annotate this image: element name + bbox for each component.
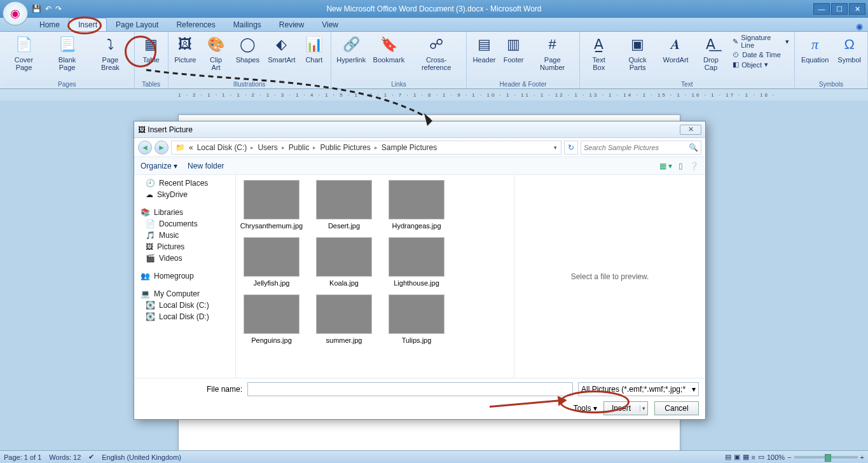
cancel-button[interactable]: Cancel <box>654 401 699 415</box>
quickparts-button[interactable]: ▣Quick Parts <box>617 33 659 73</box>
new-folder-button[interactable]: New folder <box>188 162 224 170</box>
chart-button[interactable]: 📊Chart <box>300 33 327 65</box>
sidebar-skydrive[interactable]: ☁ SkyDrive <box>138 189 231 200</box>
tab-references[interactable]: References <box>167 18 224 31</box>
crumb[interactable]: Users <box>258 143 277 152</box>
view-outline[interactable]: ≡ <box>752 453 755 461</box>
crossref-button[interactable]: ☍Cross-reference <box>409 33 464 73</box>
thumbnail-image <box>389 180 444 219</box>
zoom-slider[interactable] <box>794 456 858 459</box>
file-thumbnail[interactable]: Desert.jpg <box>313 180 375 230</box>
tab-insert[interactable]: Insert <box>69 18 107 31</box>
refresh-button[interactable]: ↻ <box>564 141 578 155</box>
sidebar-disk-c[interactable]: 💽 Local Disk (C:) <box>138 300 231 311</box>
signature-line-button[interactable]: ✎ Signature Line ▾ <box>730 33 792 50</box>
tab-view[interactable]: View <box>313 18 347 31</box>
tab-review[interactable]: Review <box>270 18 313 31</box>
search-input[interactable] <box>584 144 689 151</box>
thumbnail-image <box>389 237 444 277</box>
redo-icon[interactable]: ↷ <box>55 4 62 13</box>
office-button[interactable]: ◉ <box>3 1 28 25</box>
status-page[interactable]: Page: 1 of 1 <box>4 453 41 461</box>
status-language[interactable]: English (United Kingdom) <box>102 453 181 461</box>
file-thumbnail[interactable]: Lighthouse.jpg <box>386 237 447 287</box>
sidebar-homegroup[interactable]: 👥 Homegroup <box>138 270 231 282</box>
search-box[interactable]: 🔍 <box>581 141 701 155</box>
zoom-out-button[interactable]: − <box>787 453 791 461</box>
file-thumbnail[interactable]: Hydrangeas.jpg <box>386 180 447 230</box>
status-words[interactable]: Words: 12 <box>49 453 81 461</box>
crumb[interactable]: Public Pictures <box>320 143 370 152</box>
footer-button[interactable]: ▥Footer <box>500 33 527 65</box>
picture-button[interactable]: 🖼Picture <box>171 33 200 65</box>
sidebar-documents[interactable]: 📄 Documents <box>138 218 231 230</box>
nav-back-button[interactable]: ◄ <box>138 141 152 155</box>
sidebar-disk-d[interactable]: 💽 Local Disk (D:) <box>138 311 231 322</box>
object-button[interactable]: ◧ Object ▾ <box>730 60 792 69</box>
tab-home[interactable]: Home <box>31 18 69 31</box>
file-thumbnail[interactable]: Jellyfish.jpg <box>241 237 302 287</box>
zoom-level[interactable]: 100% <box>767 453 785 461</box>
tab-page-layout[interactable]: Page Layout <box>107 18 167 31</box>
crumb[interactable]: Sample Pictures <box>382 143 437 152</box>
dialog-titlebar[interactable]: 🖼 Insert Picture ✕ <box>134 121 705 138</box>
crumb[interactable]: Public <box>289 143 310 152</box>
clipart-button[interactable]: 🎨Clip Art <box>201 33 231 73</box>
page-break-button[interactable]: ⤵Page Break <box>89 33 131 73</box>
preview-pane-toggle[interactable]: ▯ <box>679 162 683 170</box>
shapes-button[interactable]: ◯Shapes <box>232 33 263 65</box>
maximize-button[interactable]: ☐ <box>831 3 848 15</box>
cover-page-button[interactable]: 📄Cover Page <box>3 33 45 73</box>
header-button[interactable]: ▤Header <box>469 33 499 65</box>
file-thumbnail[interactable]: Tulips.jpg <box>386 294 447 344</box>
file-thumbnail[interactable]: Koala.jpg <box>313 237 375 287</box>
view-draft[interactable]: ▭ <box>758 453 764 461</box>
zoom-in-button[interactable]: + <box>860 453 864 461</box>
tools-menu[interactable]: Tools ▾ <box>574 404 597 413</box>
horizontal-ruler[interactable]: 1 · 2 · 1 · 1 · 1 · 2 · 1 · 3 · 1 · 4 · … <box>0 89 868 100</box>
symbol-button[interactable]: ΩSymbol <box>834 33 865 65</box>
sidebar-my-computer[interactable]: 💻 My Computer <box>138 288 231 300</box>
sidebar-videos[interactable]: 🎬 Videos <box>138 252 231 264</box>
table-button[interactable]: ▦Table <box>137 33 165 65</box>
date-time-button[interactable]: ⏲ Date & Time <box>730 50 792 59</box>
file-name: Chrysanthemum.jpg <box>240 222 303 230</box>
help-button[interactable]: ❔ <box>689 162 699 170</box>
undo-icon[interactable]: ↶ <box>45 4 52 13</box>
view-print-layout[interactable]: ▤ <box>725 453 731 461</box>
minimize-button[interactable]: — <box>813 3 830 15</box>
pagenum-button[interactable]: #Page Number <box>528 33 577 73</box>
view-full-screen[interactable]: ▣ <box>734 453 740 461</box>
proofing-icon[interactable]: ✔ <box>88 453 94 461</box>
blank-page-button[interactable]: 📃Blank Page <box>46 33 88 73</box>
insert-button[interactable]: Insert <box>603 401 648 415</box>
close-button[interactable]: ✕ <box>849 3 865 15</box>
filename-input[interactable] <box>247 382 573 396</box>
file-type-filter[interactable]: All Pictures (*.emf;*.wmf;*.jpg;*▾ <box>578 382 699 396</box>
equation-button[interactable]: πEquation <box>797 33 832 65</box>
address-bar[interactable]: 📁 « Local Disk (C:)▸ Users▸ Public▸ Publ… <box>171 141 561 155</box>
textbox-button[interactable]: A̲Text Box <box>582 33 616 73</box>
dialog-close-button[interactable]: ✕ <box>680 125 701 135</box>
organize-menu[interactable]: Organize ▾ <box>141 162 177 170</box>
file-thumbnail[interactable]: Penguins.jpg <box>241 294 302 344</box>
view-web-layout[interactable]: ▦ <box>743 453 749 461</box>
nav-forward-button[interactable]: ► <box>155 141 169 155</box>
dropcap-button[interactable]: A͟Drop Cap <box>693 33 729 73</box>
tab-mailings[interactable]: Mailings <box>224 18 270 31</box>
smartart-button[interactable]: ⬖SmartArt <box>265 33 300 65</box>
sidebar-music[interactable]: 🎵 Music <box>138 230 231 241</box>
crumb[interactable]: Local Disk (C:) <box>197 143 247 152</box>
save-icon[interactable]: 💾 <box>32 4 41 13</box>
help-icon[interactable]: ◉ <box>856 22 863 31</box>
thumbnail-image <box>316 294 372 334</box>
wordart-button[interactable]: 𝑨WordArt <box>660 33 692 65</box>
file-thumbnail[interactable]: Chrysanthemum.jpg <box>241 180 302 230</box>
file-thumbnail[interactable]: summer.jpg <box>313 294 375 344</box>
sidebar-libraries[interactable]: 📚 Libraries <box>138 207 231 218</box>
sidebar-recent-places[interactable]: 🕘 Recent Places <box>138 177 231 189</box>
sidebar-pictures[interactable]: 🖼 Pictures <box>138 241 231 252</box>
hyperlink-button[interactable]: 🔗Hyperlink <box>334 33 369 65</box>
bookmark-button[interactable]: 🔖Bookmark <box>370 33 408 65</box>
view-menu[interactable]: ▦ ▾ <box>659 162 672 170</box>
